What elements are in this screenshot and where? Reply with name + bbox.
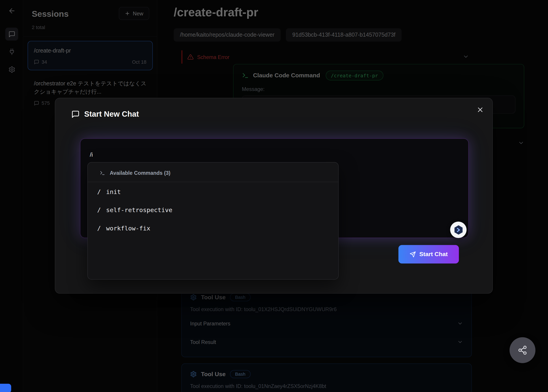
dev-tools-indicator[interactable] <box>0 384 11 392</box>
start-chat-label: Start Chat <box>419 251 448 258</box>
close-icon[interactable] <box>476 106 484 113</box>
command-prefix: / <box>97 189 101 195</box>
floating-action-button[interactable] <box>510 337 535 363</box>
command-option-self-retrospective[interactable]: / self-retrospective <box>97 201 338 219</box>
commands-list: / init / self-retrospective / workflow-f… <box>88 182 338 237</box>
chat-bubble-icon <box>71 110 80 119</box>
commands-dropdown-header: Available Commands (3) <box>88 162 338 182</box>
send-icon <box>410 251 416 258</box>
hexagon-logo-icon <box>453 224 464 235</box>
command-prefix: / <box>97 225 101 232</box>
share-network-icon <box>518 345 527 355</box>
command-option-workflow-fix[interactable]: / workflow-fix <box>97 219 338 237</box>
command-label: self-retrospective <box>106 207 173 213</box>
command-label: init <box>106 189 121 195</box>
modal-header: Start New Chat <box>71 110 139 119</box>
start-chat-button[interactable]: Start Chat <box>399 245 459 264</box>
available-commands-dropdown: Available Commands (3) / init / self-ret… <box>87 162 339 280</box>
command-label: workflow-fix <box>106 225 150 232</box>
command-prefix: / <box>97 207 101 213</box>
command-option-init[interactable]: / init <box>97 183 338 201</box>
terminal-icon <box>100 170 105 176</box>
floating-widget-button[interactable] <box>450 222 466 238</box>
app-window: Sessions New 2 total /create-draft-pr 34… <box>0 0 548 392</box>
commands-header-label: Available Commands (3) <box>110 170 170 176</box>
start-new-chat-modal: Start New Chat /i Available Commands (3)… <box>55 98 493 294</box>
chat-input-value: /i <box>90 151 93 158</box>
modal-title: Start New Chat <box>84 110 139 119</box>
